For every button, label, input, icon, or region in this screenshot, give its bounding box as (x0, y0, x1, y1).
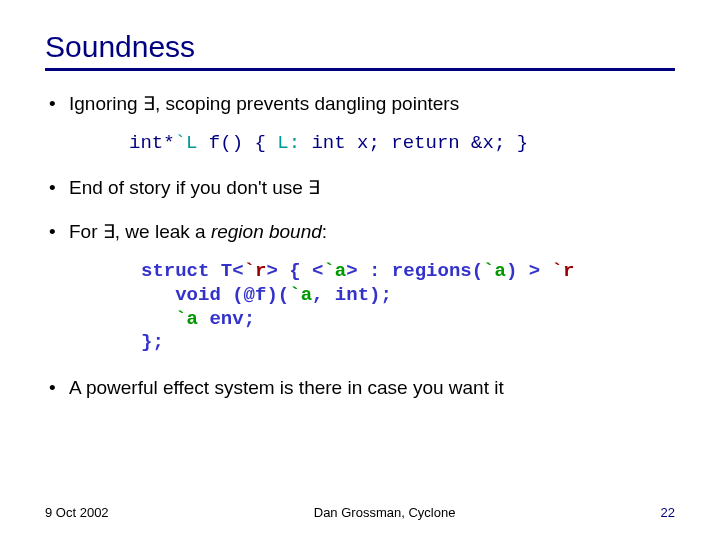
code-seg: ) > (506, 260, 552, 282)
code-seg: > : regions( (346, 260, 483, 282)
emph: region bound (211, 221, 322, 242)
code-seg: struct T< (141, 260, 244, 282)
footer-center: Dan Grossman, Cyclone (109, 505, 661, 520)
code-seg: `a (175, 308, 198, 330)
footer: 9 Oct 2002 Dan Grossman, Cyclone 22 (45, 505, 675, 520)
slide-title: Soundness (45, 30, 675, 71)
code-line-1: int*`L f() { L: int x; return &x; } (129, 132, 675, 155)
exists-symbol: ∃ (143, 93, 155, 114)
code-seg: `a (323, 260, 346, 282)
code-seg: int x; return &x; } (300, 132, 528, 154)
code-seg: `r (552, 260, 575, 282)
code-seg: }; (141, 331, 164, 353)
text: End of story if you don't use (69, 177, 308, 198)
text: : (322, 221, 327, 242)
exists-symbol: ∃ (103, 221, 115, 242)
code-seg: `L (175, 132, 198, 154)
code-seg: > { < (266, 260, 323, 282)
text: , we leak a (115, 221, 211, 242)
text: Ignoring (69, 93, 143, 114)
code-seg: void (@f)( (141, 284, 289, 306)
code-block: struct T<`r> { <`a> : regions(`a) > `r v… (141, 260, 675, 355)
exists-symbol: ∃ (308, 177, 320, 198)
code-seg: L: (277, 132, 300, 154)
code-seg: env; (198, 308, 255, 330)
footer-date: 9 Oct 2002 (45, 505, 109, 520)
text: For (69, 221, 103, 242)
slide: Soundness Ignoring ∃, scoping prevents d… (0, 0, 720, 540)
bullet-1: Ignoring ∃, scoping prevents dangling po… (45, 93, 675, 155)
code-seg: `a (289, 284, 312, 306)
footer-page: 22 (661, 505, 675, 520)
bullet-4: A powerful effect system is there in cas… (45, 377, 675, 400)
code-seg: `r (244, 260, 267, 282)
text: , scoping prevents dangling pointers (155, 93, 459, 114)
code-seg: , int); (312, 284, 392, 306)
code-seg: int* (129, 132, 175, 154)
code-seg: f() { (197, 132, 277, 154)
code-seg: `a (483, 260, 506, 282)
code-seg (141, 308, 175, 330)
bullet-list: Ignoring ∃, scoping prevents dangling po… (45, 93, 675, 400)
slide-body: Ignoring ∃, scoping prevents dangling po… (45, 93, 675, 400)
bullet-2: End of story if you don't use ∃ (45, 177, 675, 200)
bullet-3: For ∃, we leak a region bound: struct T<… (45, 221, 675, 355)
text: A powerful effect system is there in cas… (69, 377, 504, 398)
